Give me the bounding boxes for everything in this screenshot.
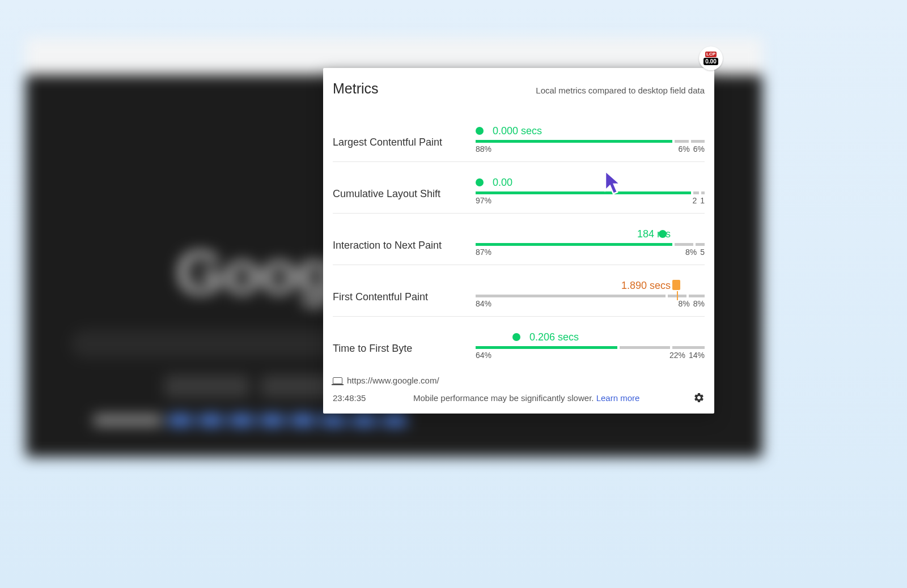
percentage-row: 84%8%8% xyxy=(476,299,705,308)
timestamp: 23:48:35 xyxy=(333,393,413,403)
pct-good: 88% xyxy=(476,144,491,154)
bar-segment xyxy=(689,295,705,297)
metric-row: First Contentful Paint1.890 secs84%8%8% xyxy=(333,273,705,317)
laptop-icon xyxy=(333,377,342,384)
pct-needs-improvement: 22% xyxy=(666,351,685,360)
footer-row: 23:48:35 Mobile performance may be signi… xyxy=(333,392,705,403)
bar-segment xyxy=(691,140,705,143)
distribution-bar xyxy=(476,140,705,143)
bar-segment xyxy=(668,295,686,297)
bar-segment xyxy=(675,140,688,143)
pct-poor: 1 xyxy=(700,196,705,205)
metric-value: 0.000 secs xyxy=(493,125,542,137)
extension-badge-value: 0.00 xyxy=(703,58,718,65)
pct-poor: 14% xyxy=(689,351,705,360)
panel-title: Metrics xyxy=(333,80,379,97)
learn-more-link[interactable]: Learn more xyxy=(596,393,640,403)
panel-subtitle: Local metrics compared to desktop field … xyxy=(536,86,705,95)
pct-good: 84% xyxy=(476,299,491,308)
page-url: https://www.google.com/ xyxy=(347,376,439,385)
percentage-row: 64%22%14% xyxy=(476,351,705,360)
bar-segment xyxy=(701,191,705,194)
metric-marker xyxy=(672,280,680,290)
metric-value: 184 ms xyxy=(637,228,671,240)
metric-name: Cumulative Layout Shift xyxy=(333,181,476,200)
bar-segment xyxy=(675,243,693,246)
pct-needs-improvement: 8% xyxy=(671,299,690,308)
bar-segment xyxy=(620,346,670,349)
url-row: https://www.google.com/ xyxy=(333,376,705,385)
bar-segment xyxy=(476,295,666,297)
metric-name: Time to First Byte xyxy=(333,336,476,355)
metric-marker xyxy=(512,333,520,341)
pct-poor: 8% xyxy=(693,299,705,308)
pct-good: 64% xyxy=(476,351,491,360)
metric-row: Cumulative Layout Shift0.0097%21 xyxy=(333,170,705,214)
distribution-bar xyxy=(476,295,705,297)
pct-needs-improvement: 2 xyxy=(677,196,697,205)
bar-segment xyxy=(696,243,705,246)
metric-name: Largest Contentful Paint xyxy=(333,130,476,148)
web-vitals-extension-icon[interactable]: LCP 0.00 xyxy=(699,46,723,70)
warning-text: Mobile performance may be significantly … xyxy=(413,393,693,403)
pct-good: 87% xyxy=(476,248,491,257)
metric-value: 1.890 secs xyxy=(621,280,671,292)
pct-poor: 6% xyxy=(693,144,705,154)
metric-row: Time to First Byte0.206 secs64%22%14% xyxy=(333,325,705,368)
bar-segment xyxy=(672,346,705,349)
distribution-bar xyxy=(476,243,705,246)
metric-marker xyxy=(476,178,484,186)
bar-segment xyxy=(476,243,672,246)
extension-badge-tag: LCP xyxy=(705,52,717,57)
metric-name: Interaction to Next Paint xyxy=(333,233,476,252)
percentage-row: 97%21 xyxy=(476,196,705,205)
metric-value: 0.206 secs xyxy=(529,331,579,343)
metric-row: Interaction to Next Paint184 ms87%8%5 xyxy=(333,221,705,265)
pct-good: 97% xyxy=(476,196,491,205)
metric-visualization: 1.890 secs84%8%8% xyxy=(476,279,705,308)
bar-segment xyxy=(693,191,699,194)
metric-value: 0.00 xyxy=(493,177,512,189)
metrics-panel: Metrics Local metrics compared to deskto… xyxy=(323,68,714,414)
pct-poor: 5 xyxy=(700,248,705,257)
distribution-bar xyxy=(476,346,705,349)
settings-gear-icon[interactable] xyxy=(693,392,705,403)
language-row-blurred xyxy=(94,415,434,428)
bar-segment xyxy=(476,346,617,349)
percentage-row: 88%6%6% xyxy=(476,144,705,154)
distribution-bar xyxy=(476,191,705,194)
metric-visualization: 0.0097%21 xyxy=(476,176,705,205)
metric-marker xyxy=(476,127,484,135)
metric-visualization: 0.206 secs64%22%14% xyxy=(476,330,705,360)
bar-segment xyxy=(476,191,691,194)
panel-header: Metrics Local metrics compared to deskto… xyxy=(333,80,705,97)
buttons-blurred xyxy=(164,375,346,398)
metric-name: First Contentful Paint xyxy=(333,284,476,303)
bar-segment xyxy=(476,140,672,143)
metric-visualization: 184 ms87%8%5 xyxy=(476,227,705,257)
pct-needs-improvement: 8% xyxy=(677,248,697,257)
metric-row: Largest Contentful Paint0.000 secs88%6%6… xyxy=(333,118,705,162)
percentage-row: 87%8%5 xyxy=(476,248,705,257)
metric-visualization: 0.000 secs88%6%6% xyxy=(476,124,705,154)
pct-needs-improvement: 6% xyxy=(671,144,690,154)
